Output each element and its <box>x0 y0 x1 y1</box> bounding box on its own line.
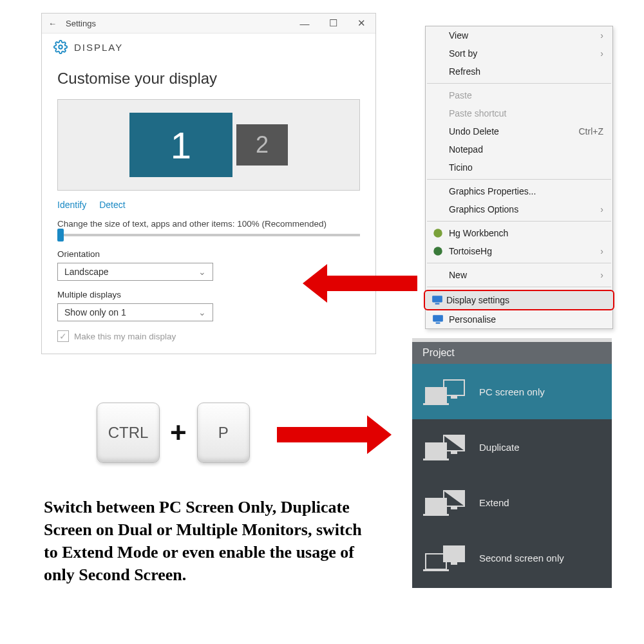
menu-display-settings[interactable]: Display settings <box>424 290 614 310</box>
menu-tortoisehg[interactable]: TortoiseHg› <box>426 242 612 260</box>
plus-symbol: + <box>166 417 191 449</box>
main-display-checkbox-row: ✓ Make this my main display <box>57 330 360 342</box>
window-title: Settings <box>66 19 96 28</box>
back-button[interactable]: ← <box>48 19 57 28</box>
hg-icon <box>432 227 444 239</box>
extend-icon <box>425 490 465 515</box>
project-second-screen-only[interactable]: Second screen only <box>412 530 612 585</box>
svg-rect-5 <box>433 315 443 321</box>
orientation-value: Landscape <box>64 267 109 277</box>
menu-personalise[interactable]: Personalise <box>426 310 612 328</box>
main-display-checkbox[interactable]: ✓ <box>57 330 69 342</box>
menu-notepad[interactable]: Notepad <box>426 140 612 158</box>
shortcut-label: Ctrl+Z <box>579 126 604 137</box>
page-heading: Customise your display <box>57 70 360 88</box>
menu-separator <box>427 263 611 263</box>
chevron-down-icon: ⌄ <box>198 267 206 277</box>
menu-paste: Paste <box>426 86 612 104</box>
menu-separator <box>427 179 611 180</box>
red-arrow-right <box>277 422 392 448</box>
multiple-displays-select[interactable]: Show only on 1 ⌄ <box>57 303 213 321</box>
minimize-button[interactable]: — <box>290 14 319 33</box>
menu-undo-delete[interactable]: Undo Delete Ctrl+Z <box>426 122 612 140</box>
chevron-right-icon: › <box>600 246 603 256</box>
personalise-icon <box>432 314 444 325</box>
description-text: Switch between PC Screen Only, Duplicate… <box>44 496 379 586</box>
scale-slider[interactable] <box>57 234 360 236</box>
menu-graphics-properties[interactable]: Graphics Properties... <box>426 182 612 200</box>
orientation-select[interactable]: Landscape ⌄ <box>57 263 213 281</box>
svg-point-0 <box>59 45 62 49</box>
menu-separator <box>427 221 611 222</box>
detect-link[interactable]: Detect <box>99 200 125 210</box>
maximize-button[interactable]: ☐ <box>319 14 347 33</box>
menu-separator <box>427 287 611 287</box>
keyboard-shortcut: CTRL + P <box>97 402 250 463</box>
menu-view[interactable]: View› <box>426 26 612 44</box>
project-pc-screen-only[interactable]: PC screen only <box>412 364 612 419</box>
duplicate-icon <box>425 435 465 459</box>
orientation-label: Orientation <box>57 249 360 259</box>
svg-rect-4 <box>435 303 440 305</box>
menu-new[interactable]: New› <box>426 266 612 284</box>
project-extend[interactable]: Extend <box>412 475 612 530</box>
main-display-label: Make this my main display <box>74 332 176 341</box>
gear-icon <box>53 40 68 54</box>
menu-sort-by[interactable]: Sort by› <box>426 44 612 62</box>
menu-separator <box>427 83 611 84</box>
chevron-right-icon: › <box>600 30 603 41</box>
svg-point-1 <box>433 229 442 238</box>
chevron-right-icon: › <box>600 48 603 59</box>
menu-refresh[interactable]: Refresh <box>426 62 612 80</box>
display-1[interactable]: 1 <box>129 113 232 177</box>
menu-graphics-options[interactable]: Graphics Options› <box>426 200 612 218</box>
key-ctrl: CTRL <box>97 402 160 463</box>
svg-rect-3 <box>432 296 442 302</box>
menu-hg-workbench[interactable]: Hg Workbench <box>426 224 612 242</box>
monitor-icon <box>431 294 443 306</box>
close-button[interactable]: ✕ <box>347 14 375 33</box>
pc-only-icon <box>425 379 465 404</box>
project-duplicate[interactable]: Duplicate <box>412 419 612 475</box>
project-panel: Project PC screen only Duplicate Extend … <box>412 338 612 588</box>
section-title: DISPLAY <box>74 42 123 53</box>
svg-rect-6 <box>436 323 440 324</box>
slider-thumb[interactable] <box>57 229 64 242</box>
multiple-displays-value: Show only on 1 <box>64 307 126 317</box>
menu-ticino[interactable]: Ticino <box>426 158 612 176</box>
desktop-context-menu: View› Sort by› Refresh Paste Paste short… <box>425 26 613 329</box>
tortoise-icon <box>432 245 444 257</box>
chevron-right-icon: › <box>600 204 603 214</box>
settings-titlebar: ← Settings — ☐ ✕ <box>42 14 375 33</box>
project-header: Project <box>412 342 612 364</box>
display-arrangement[interactable]: 1 2 <box>57 99 360 191</box>
scale-label: Change the size of text, apps and other … <box>57 219 360 229</box>
display-2[interactable]: 2 <box>236 124 288 166</box>
identify-link[interactable]: Identify <box>57 200 86 210</box>
svg-point-2 <box>433 247 442 256</box>
red-arrow-left <box>303 270 417 296</box>
menu-paste-shortcut: Paste shortcut <box>426 104 612 122</box>
chevron-right-icon: › <box>600 270 603 280</box>
settings-section-header: DISPLAY <box>42 33 375 58</box>
chevron-down-icon: ⌄ <box>198 307 206 317</box>
second-only-icon <box>425 545 465 570</box>
settings-window: ← Settings — ☐ ✕ DISPLAY Customise your … <box>41 13 376 354</box>
key-p: P <box>197 402 250 463</box>
